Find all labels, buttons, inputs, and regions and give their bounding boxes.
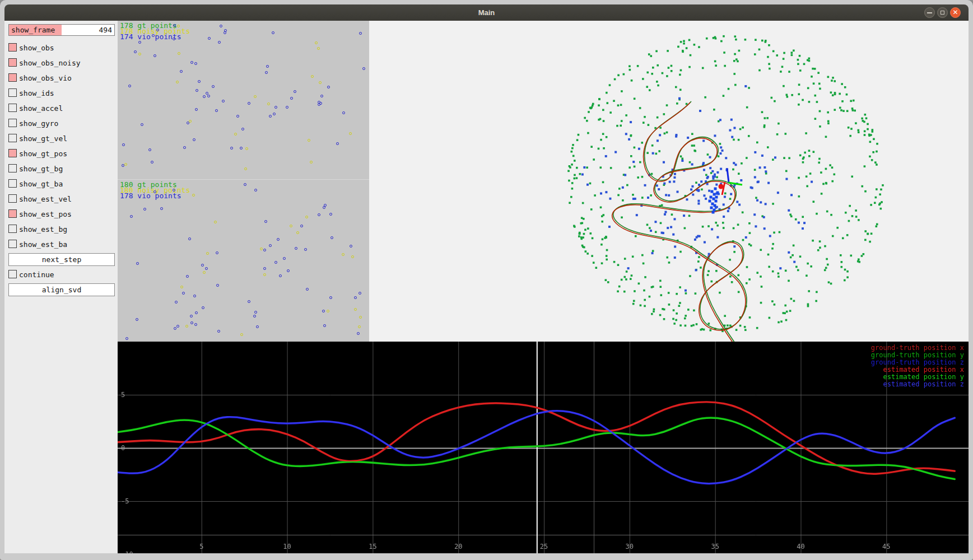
vio-point-dot	[195, 89, 198, 92]
vio-point-dot	[182, 292, 185, 295]
vio-point-dot	[153, 190, 156, 193]
checkbox-show_gt_vel[interactable]: show_gt_vel	[8, 131, 118, 146]
noisy-point-dot	[234, 133, 237, 136]
camera-view-top: 178 gt points178 noisy points174 vio poi…	[118, 21, 369, 179]
vio-point-dot	[248, 102, 250, 105]
checkbox-box[interactable]	[8, 179, 17, 188]
maximize-button[interactable]	[937, 7, 948, 18]
minimize-icon	[927, 12, 932, 13]
checkbox-show_accel[interactable]: show_accel	[8, 101, 118, 116]
noisy-point-dot	[203, 271, 206, 274]
noisy-point-dot	[327, 310, 329, 312]
noisy-point-dot	[124, 163, 127, 166]
vio-point-dot	[148, 148, 151, 151]
checkbox-box[interactable]	[8, 43, 17, 52]
vio-point-dot	[322, 310, 325, 312]
noisy-point-dot	[254, 95, 257, 98]
slider-show_frame[interactable]: show_frame494	[8, 24, 115, 36]
checkbox-label: show_gyro	[19, 119, 58, 128]
slider-label: show_frame	[11, 26, 55, 34]
button-align_svd[interactable]: align_svd	[8, 283, 115, 296]
vio-point-dot	[218, 41, 221, 44]
checkbox-box[interactable]	[8, 119, 17, 127]
vio-point-dot	[330, 236, 333, 239]
checkbox-continue[interactable]: continue	[8, 267, 118, 282]
checkbox-show_gt_bg[interactable]: show_gt_bg	[8, 161, 118, 176]
checkbox-box[interactable]	[8, 225, 17, 233]
vio-point-dot	[194, 62, 197, 65]
vio-point-dot	[230, 147, 233, 150]
checkbox-box[interactable]	[8, 194, 17, 203]
minimize-button[interactable]	[924, 7, 935, 18]
checkbox-show_gt_ba[interactable]: show_gt_ba	[8, 176, 118, 192]
vio-point-dot	[216, 251, 218, 254]
vio-point-dot	[273, 113, 276, 115]
checkbox-show_est_ba[interactable]: show_est_ba	[8, 237, 118, 252]
vio-point-dot	[195, 311, 198, 314]
close-button[interactable]: ✕	[950, 7, 961, 18]
noisy-point-dot	[189, 120, 192, 123]
vio-point-dot	[324, 204, 327, 207]
vio-point-dot	[224, 31, 226, 34]
checkbox-box[interactable]	[8, 240, 17, 248]
checkbox-box[interactable]	[8, 164, 17, 172]
vio-point-dot	[125, 337, 128, 340]
vio-point-dot	[263, 267, 266, 270]
noisy-point-dot	[244, 167, 247, 170]
checkbox-box[interactable]	[8, 58, 17, 67]
vio-point-dot	[269, 115, 272, 118]
vio-point-dot	[138, 41, 141, 44]
vio-point-dot	[241, 128, 244, 130]
checkbox-show_ids[interactable]: show_ids	[8, 86, 118, 101]
checkbox-label: continue	[19, 270, 54, 279]
vio-point-dot	[212, 85, 215, 88]
checkbox-show_obs_vio[interactable]: show_obs_vio	[8, 71, 118, 86]
vio-point-dot	[193, 138, 195, 141]
noisy-point-dot	[351, 255, 354, 258]
vio-point-dot	[279, 274, 282, 277]
checkbox-box[interactable]	[8, 88, 17, 97]
checkbox-show_gyro[interactable]: show_gyro	[8, 116, 118, 131]
3d-map-view[interactable]	[369, 21, 969, 342]
plot-legend: ground-truth position xground-truth posi…	[871, 344, 964, 388]
vio-point-dot	[215, 109, 218, 112]
vio-point-dot	[359, 32, 362, 35]
vio-point-dot	[248, 300, 250, 303]
vio-point-dot	[329, 296, 332, 299]
checkbox-show_obs[interactable]: show_obs	[8, 40, 118, 55]
checkbox-box[interactable]	[8, 149, 17, 157]
vio-point-dot	[136, 262, 139, 265]
camera-view-bottom: 180 gt points180 noisy points178 vio poi…	[118, 179, 369, 342]
vio-point-dot	[306, 288, 309, 291]
vio-point-dot	[323, 324, 326, 327]
checkbox-box[interactable]	[8, 270, 17, 278]
checkbox-box[interactable]	[8, 104, 17, 112]
position-plot[interactable]: ground-truth position xground-truth posi…	[118, 342, 969, 553]
checkbox-show_obs_noisy[interactable]: show_obs_noisy	[8, 55, 118, 71]
noisy-point-dot	[305, 216, 308, 218]
noisy-point-dot	[206, 252, 209, 255]
vio-point-dot	[290, 97, 293, 100]
checkbox-label: show_gt_ba	[19, 180, 63, 188]
noisy-point-dot	[180, 286, 183, 288]
noisy-point-dot	[311, 75, 314, 78]
checkbox-box[interactable]	[8, 134, 17, 142]
checkbox-box[interactable]	[8, 73, 17, 82]
noisy-point-dot	[349, 132, 352, 135]
vio-point-dot	[180, 70, 183, 73]
vio-point-dot	[336, 142, 339, 145]
checkbox-label: show_ids	[19, 89, 54, 97]
button-next_step[interactable]: next_step	[8, 253, 115, 266]
checkbox-label: show_accel	[19, 104, 63, 113]
vio-point-dot	[201, 264, 204, 267]
vio-point-dot	[362, 67, 365, 70]
checkbox-show_est_vel[interactable]: show_est_vel	[8, 192, 118, 207]
vio-point-dot	[222, 100, 225, 102]
checkbox-show_est_bg[interactable]: show_est_bg	[8, 222, 118, 237]
noisy-point-dot	[240, 333, 243, 336]
checkbox-show_est_pos[interactable]: show_est_pos	[8, 207, 118, 222]
vio-point-dot	[216, 284, 219, 287]
checkbox-show_gt_pos[interactable]: show_gt_pos	[8, 146, 118, 161]
checkbox-box[interactable]	[8, 209, 17, 218]
title-bar[interactable]: Main ✕	[4, 4, 969, 21]
